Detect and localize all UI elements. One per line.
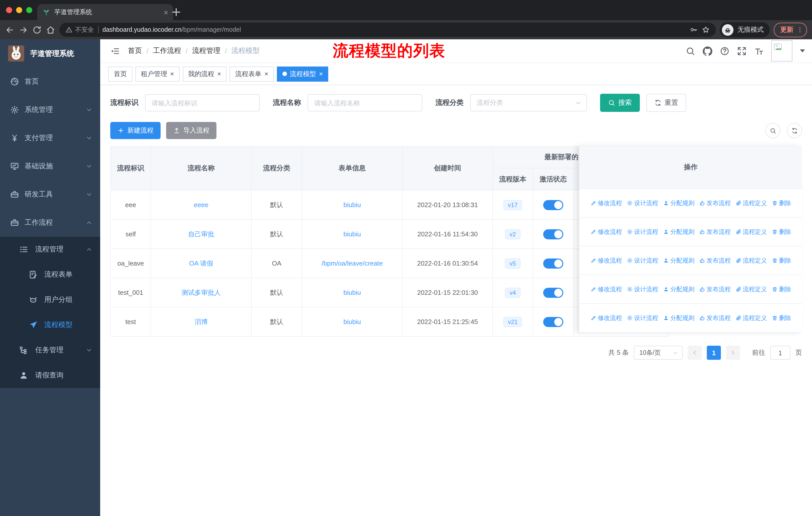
search-icon[interactable] [686,46,695,56]
action-分配规则[interactable]: 分配规则 [663,285,694,294]
active-toggle[interactable] [543,200,563,210]
action-修改流程[interactable]: 修改流程 [590,199,622,207]
action-设计流程[interactable]: 设计流程 [627,256,658,265]
action-流程定义[interactable]: 流程定义 [735,199,767,207]
action-修改流程[interactable]: 修改流程 [590,314,622,322]
search-button[interactable]: 搜索 [600,94,640,112]
sidebar-item-系统管理[interactable]: 系统管理 [0,96,100,124]
current-page-button[interactable]: 1 [707,346,721,360]
active-toggle[interactable] [543,258,563,268]
action-分配规则[interactable]: 分配规则 [663,199,694,207]
breadcrumb-item-首页[interactable]: 首页 [128,46,142,55]
next-page-button[interactable] [726,346,740,360]
breadcrumb-item-工作流程[interactable]: 工作流程 [153,46,181,55]
goto-page-input[interactable] [770,346,790,360]
active-toggle[interactable] [543,229,563,239]
form-info-link[interactable]: biubiu [302,307,403,336]
process-name-link[interactable]: eeee [194,201,208,209]
tab-tag-租户管理[interactable]: 租户管理× [136,66,179,81]
sidebar-item-流程表单[interactable]: 流程表单 [0,262,100,287]
sidebar-item-工作流程[interactable]: 工作流程 [0,209,100,237]
action-修改流程[interactable]: 修改流程 [590,227,622,236]
sidebar-item-首页[interactable]: 首页 [0,67,100,96]
address-bar[interactable]: 不安全 dashboard.yudao.iocoder.cn/bpm/manag… [59,23,716,37]
form-info-link[interactable]: /bpm/oa/leave/create [302,249,403,278]
active-toggle[interactable] [543,317,563,327]
process-name-link[interactable]: 自己审批 [151,219,252,249]
form-info-link[interactable]: biubiu [302,190,403,219]
home-icon[interactable] [46,25,55,34]
form-info-link[interactable]: biubiu [302,278,403,307]
tab-tag-首页[interactable]: 首页 [108,66,133,81]
refresh-table-button[interactable] [787,123,802,138]
process-id-input[interactable] [145,94,260,111]
sidebar-item-任务管理[interactable]: 任务管理 [0,337,100,363]
back-icon[interactable] [5,25,14,34]
action-删除[interactable]: 删除 [772,227,791,236]
new-tab-button[interactable] [170,6,182,18]
action-分配规则[interactable]: 分配规则 [663,256,694,265]
process-name-link[interactable]: 滔博 [151,307,252,336]
action-设计流程[interactable]: 设计流程 [627,199,658,207]
active-toggle[interactable] [543,288,563,298]
tab-tag-流程表单[interactable]: 流程表单× [230,66,273,81]
close-window-button[interactable] [6,7,12,13]
window-controls[interactable] [6,7,32,13]
action-修改流程[interactable]: 修改流程 [590,285,622,294]
tab-tag-流程模型[interactable]: 流程模型× [277,66,328,81]
breadcrumb-item-流程管理[interactable]: 流程管理 [192,46,221,55]
sidebar-item-研发工具[interactable]: 研发工具 [0,181,100,209]
security-status[interactable]: 不安全 [65,25,94,34]
process-name-link[interactable]: 自己审批 [188,230,214,238]
action-流程定义[interactable]: 流程定义 [735,227,767,236]
font-size-icon[interactable] [754,46,764,56]
action-删除[interactable]: 删除 [772,256,791,265]
action-删除[interactable]: 删除 [772,285,791,294]
bookmark-star-icon[interactable] [702,26,710,34]
action-发布流程[interactable]: 发布流程 [699,285,731,294]
process-name-input[interactable] [308,94,423,111]
process-name-link[interactable]: 测试多审批人 [181,289,221,296]
action-发布流程[interactable]: 发布流程 [699,314,731,322]
import-process-button[interactable]: 导入流程 [166,122,216,139]
process-name-link[interactable]: 测试多审批人 [151,278,252,307]
reload-icon[interactable] [32,25,42,34]
sidebar-item-支付管理[interactable]: 支付管理 [0,124,100,152]
create-process-button[interactable]: 新建流程 [110,122,161,139]
action-设计流程[interactable]: 设计流程 [627,314,658,322]
process-name-link[interactable]: 滔博 [195,318,208,325]
sidebar-item-流程管理[interactable]: 流程管理 [0,237,100,262]
close-icon[interactable]: × [217,71,221,77]
browser-tab[interactable]: 芋道管理系统 × [37,4,173,20]
forward-icon[interactable] [19,25,28,34]
fullscreen-icon[interactable] [737,46,747,56]
page-size-select[interactable]: 10条/页 [634,346,683,360]
sidebar-item-请假查询[interactable]: 请假查询 [0,363,100,388]
close-icon[interactable]: × [264,71,268,77]
prev-page-button[interactable] [688,346,702,360]
avatar-dropdown-caret-icon[interactable] [800,49,805,52]
process-name-link[interactable]: OA 请假 [151,249,252,278]
collapse-sidebar-icon[interactable] [110,46,120,56]
process-name-link[interactable]: OA 请假 [189,259,213,267]
maximize-window-button[interactable] [26,7,32,13]
key-icon[interactable] [690,26,698,34]
form-info-link[interactable]: biubiu [302,219,403,249]
sidebar-item-用户分组[interactable]: 用户分组 [0,287,100,313]
action-发布流程[interactable]: 发布流程 [699,256,731,265]
action-分配规则[interactable]: 分配规则 [663,227,694,236]
action-删除[interactable]: 删除 [772,314,791,322]
help-icon[interactable] [720,46,729,56]
form-info-link[interactable]: biubiu [343,201,361,209]
form-info-link[interactable]: /bpm/oa/leave/create [322,260,383,267]
form-info-link[interactable]: biubiu [343,289,361,296]
more-menu-icon[interactable] [796,26,804,33]
action-流程定义[interactable]: 流程定义 [735,314,767,322]
action-修改流程[interactable]: 修改流程 [590,256,622,265]
action-流程定义[interactable]: 流程定义 [735,256,767,265]
sidebar-item-流程模型[interactable]: 流程模型 [0,313,100,337]
reset-button[interactable]: 重置 [646,94,686,112]
close-icon[interactable]: × [170,71,174,77]
form-info-link[interactable]: biubiu [343,318,361,326]
action-设计流程[interactable]: 设计流程 [627,285,658,294]
